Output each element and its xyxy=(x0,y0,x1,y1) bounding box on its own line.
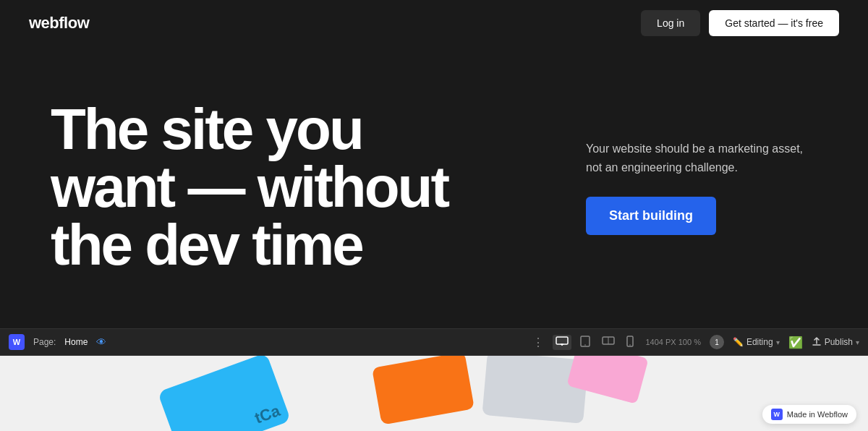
card-orange xyxy=(372,356,475,425)
webflow-editor-logo: W xyxy=(9,334,25,350)
nav-actions: Log in Get started — it's free xyxy=(641,10,839,36)
made-webflow-logo-icon: W xyxy=(771,409,783,420)
tablet-viewport-button[interactable] xyxy=(577,334,593,351)
card-blue: tCa xyxy=(158,356,292,431)
start-building-button[interactable]: Start building xyxy=(586,197,716,235)
editor-toolbar: W Page: Home 👁 ⋮ 1404 PX 100 % 1 ✏️ Edit… xyxy=(0,328,868,356)
webflow-logo: webflow xyxy=(29,14,89,33)
svg-rect-0 xyxy=(556,337,568,344)
publish-chevron-icon: ▾ xyxy=(856,338,859,346)
editing-mode-selector[interactable]: ✏️ Editing ▾ xyxy=(733,337,780,347)
publish-button[interactable]: Publish ▾ xyxy=(812,337,859,347)
publish-label: Publish xyxy=(825,337,853,347)
hero-heading: The site you want — without the dev time xyxy=(51,101,542,274)
pencil-icon: ✏️ xyxy=(733,337,744,347)
editing-chevron-icon: ▾ xyxy=(776,338,780,346)
split-viewport-button[interactable] xyxy=(599,335,618,350)
hero-heading-line1: The site you xyxy=(51,97,362,161)
navbar: webflow Log in Get started — it's free xyxy=(0,0,868,46)
svg-point-4 xyxy=(585,344,587,346)
saved-status-icon: ✅ xyxy=(788,336,803,349)
publish-icon xyxy=(812,337,822,347)
hero-left: The site you want — without the dev time xyxy=(51,101,557,274)
page-prefix-label: Page: xyxy=(33,337,56,347)
hero-right: Your website should be a marketing asset… xyxy=(586,140,817,235)
made-in-webflow-label: Made in Webflow xyxy=(787,410,848,419)
more-options-icon[interactable]: ⋮ xyxy=(532,336,544,349)
hero-description: Your website should be a marketing asset… xyxy=(586,140,817,176)
collaborators-badge: 1 xyxy=(710,335,724,349)
svg-point-8 xyxy=(630,344,631,346)
hero-section: The site you want — without the dev time… xyxy=(0,46,868,328)
login-button[interactable]: Log in xyxy=(641,10,700,36)
get-started-button[interactable]: Get started — it's free xyxy=(709,10,839,36)
hero-heading-line3: the dev time xyxy=(51,213,362,277)
canvas-size-label: 1404 PX 100 % xyxy=(645,338,700,346)
preview-strip: tCa xyxy=(0,356,868,431)
editing-label: Editing xyxy=(746,337,773,347)
desktop-viewport-button[interactable] xyxy=(553,335,571,350)
page-name-label: Home xyxy=(64,337,88,347)
viewport-switcher xyxy=(553,334,637,351)
preview-eye-icon[interactable]: 👁 xyxy=(96,336,106,348)
card-blue-text: tCa xyxy=(252,401,283,428)
hero-heading-line2: want — without xyxy=(51,155,448,219)
mobile-viewport-button[interactable] xyxy=(624,334,637,351)
made-in-webflow-badge: W Made in Webflow xyxy=(762,405,856,424)
